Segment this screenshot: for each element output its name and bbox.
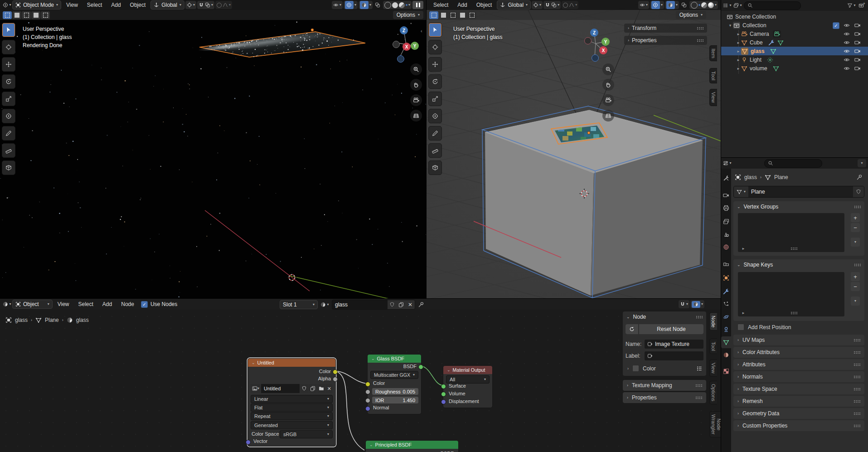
- pan-hand-icon[interactable]: [602, 79, 614, 91]
- vertex-groups-list[interactable]: ▸: [738, 213, 844, 252]
- color-space-select[interactable]: sRGB▾: [280, 430, 333, 438]
- editor-type-button[interactable]: ▾: [3, 1, 11, 9]
- socket-ior-in[interactable]: [365, 398, 370, 403]
- menu-object[interactable]: Object: [126, 2, 150, 8]
- new-collection-button[interactable]: +: [858, 1, 866, 10]
- pivot-group[interactable]: ▾: [185, 1, 196, 9]
- zoom-icon[interactable]: [410, 63, 422, 75]
- tab-collection[interactable]: [721, 258, 731, 270]
- gizmo-z[interactable]: Z: [400, 26, 408, 34]
- gizmo-neg-z[interactable]: [397, 55, 404, 63]
- outliner-row-camera[interactable]: ▸ Camera: [721, 29, 868, 38]
- socket-surface-in[interactable]: [441, 384, 446, 389]
- expand-icon[interactable]: ▸: [736, 58, 741, 62]
- tab-options[interactable]: Options: [709, 381, 717, 404]
- tab-texture[interactable]: [721, 365, 731, 377]
- tool-rotate[interactable]: [2, 74, 15, 89]
- image-datablock-row[interactable]: ▾ Untitled ✕: [251, 384, 333, 393]
- node-principled-bsdf[interactable]: ⌄Principled BSDF BSDF: [365, 440, 459, 452]
- node-name-field[interactable]: Image Texture: [645, 340, 703, 349]
- tool-transform[interactable]: [428, 109, 442, 123]
- menu-select[interactable]: Select: [429, 2, 452, 8]
- material-browse-dropdown[interactable]: ▾: [320, 301, 329, 309]
- tool-annotate[interactable]: [2, 126, 15, 141]
- camera-view-icon[interactable]: [602, 94, 614, 106]
- gizmos-toggle[interactable]: ▾: [650, 1, 664, 9]
- shading-mode-group[interactable]: ▾: [383, 1, 412, 9]
- shading-rendered-selected[interactable]: [406, 4, 407, 6]
- socket-bsdf-out[interactable]: [418, 365, 423, 369]
- color-checkbox[interactable]: [632, 365, 639, 372]
- shading-rendered[interactable]: [708, 2, 714, 8]
- list-icon[interactable]: [696, 365, 703, 372]
- snap-group[interactable]: ▾: [679, 300, 689, 308]
- sidebar-collapse-arrow[interactable]: ‹: [421, 28, 422, 34]
- menu-view[interactable]: View: [62, 2, 82, 8]
- xray-toggle[interactable]: [373, 1, 382, 9]
- tool-select[interactable]: [2, 23, 15, 37]
- mesh-data-icon[interactable]: [773, 65, 779, 72]
- socket-roughness-in[interactable]: [365, 389, 370, 394]
- gizmos-toggle[interactable]: ▾: [344, 1, 358, 9]
- projection-select[interactable]: Flat▾: [251, 403, 333, 412]
- panel-custom-properties[interactable]: ›Custom Properties: [733, 420, 864, 431]
- shader-type-dropdown[interactable]: Object▾: [12, 300, 53, 309]
- properties-panel[interactable]: ›Properties: [623, 392, 706, 403]
- socket-color-in[interactable]: [365, 382, 370, 387]
- tab-view[interactable]: View: [709, 360, 717, 377]
- use-nodes-toggle[interactable]: ✓Use Nodes: [141, 301, 177, 308]
- target-select[interactable]: All▾: [446, 375, 490, 384]
- proportional-edit-group[interactable]: ▾: [562, 1, 578, 9]
- expand-icon[interactable]: ▸: [736, 49, 741, 53]
- panel-texture-space[interactable]: ›Texture Space: [733, 384, 864, 394]
- snap-group[interactable]: ▾: [197, 1, 214, 9]
- fake-user-shield-icon[interactable]: [853, 186, 864, 197]
- socket-color-out[interactable]: [333, 369, 338, 374]
- tab-object-data-selected[interactable]: [721, 336, 731, 348]
- node-label-field[interactable]: [645, 351, 703, 360]
- panel-color-attributes[interactable]: ›Color Attributes: [733, 347, 864, 358]
- sidebar-panel-properties[interactable]: ›Properties: [624, 36, 707, 45]
- tab-modifiers[interactable]: [721, 286, 731, 297]
- tool-move[interactable]: [2, 57, 15, 72]
- navigation-gizmo[interactable]: Z Y X: [389, 24, 425, 67]
- shading-solid[interactable]: [392, 2, 398, 8]
- texture-mapping-panel[interactable]: ›Texture Mapping: [623, 380, 706, 391]
- mesh-name-field[interactable]: ▾ Plane: [733, 186, 864, 198]
- overlays-dropdown[interactable]: ▾: [690, 300, 704, 308]
- hide-eye-icon[interactable]: [844, 48, 850, 54]
- distribution-select[interactable]: Multiscatter GGX▾: [370, 371, 418, 379]
- panel-attributes[interactable]: ›Attributes: [733, 359, 864, 370]
- proportional-edit-group[interactable]: ▾: [215, 1, 232, 9]
- unlink-x-icon[interactable]: ✕: [406, 300, 415, 309]
- copy-material-icon[interactable]: [397, 300, 406, 309]
- expand-icon[interactable]: ▸: [736, 40, 741, 45]
- outliner-row-light[interactable]: ▸ Light: [721, 55, 868, 64]
- shape-keys-header[interactable]: ⌄Shape Keys: [733, 259, 864, 270]
- add-vertex-group-button[interactable]: +: [851, 213, 860, 222]
- tab-physics[interactable]: [721, 311, 731, 323]
- mesh-data-icon[interactable]: [777, 39, 784, 46]
- tool-measure[interactable]: [428, 143, 442, 158]
- gizmo-x[interactable]: X: [402, 43, 411, 51]
- render-visibility-icon[interactable]: [854, 65, 861, 72]
- display-filter-dropdown[interactable]: ▾: [858, 159, 866, 167]
- tab-material[interactable]: [721, 349, 731, 361]
- render-visibility-icon[interactable]: [854, 39, 861, 46]
- menu-object[interactable]: Object: [472, 2, 496, 8]
- filter-funnel-dropdown[interactable]: ▾: [847, 1, 856, 10]
- hide-eye-icon[interactable]: [844, 57, 850, 63]
- shading-material[interactable]: [701, 2, 707, 8]
- color-subpanel[interactable]: Color: [643, 365, 656, 372]
- tab-item[interactable]: Item: [709, 45, 717, 61]
- material-slot-dropdown[interactable]: Slot 1▾: [280, 300, 318, 309]
- overlays-toggle[interactable]: ▾: [359, 1, 373, 9]
- render-visibility-icon[interactable]: [854, 48, 861, 54]
- fake-user-shield-icon[interactable]: [300, 384, 308, 393]
- pin-icon[interactable]: [418, 301, 424, 308]
- viewport-rendered[interactable]: ▾ Object Mode▾ View Select Add Object Gl…: [0, 0, 426, 298]
- tool-move[interactable]: [428, 57, 442, 72]
- hide-eye-icon[interactable]: [844, 65, 850, 72]
- options-button[interactable]: Options▾: [676, 11, 706, 19]
- expand-icon[interactable]: ▾: [727, 23, 733, 28]
